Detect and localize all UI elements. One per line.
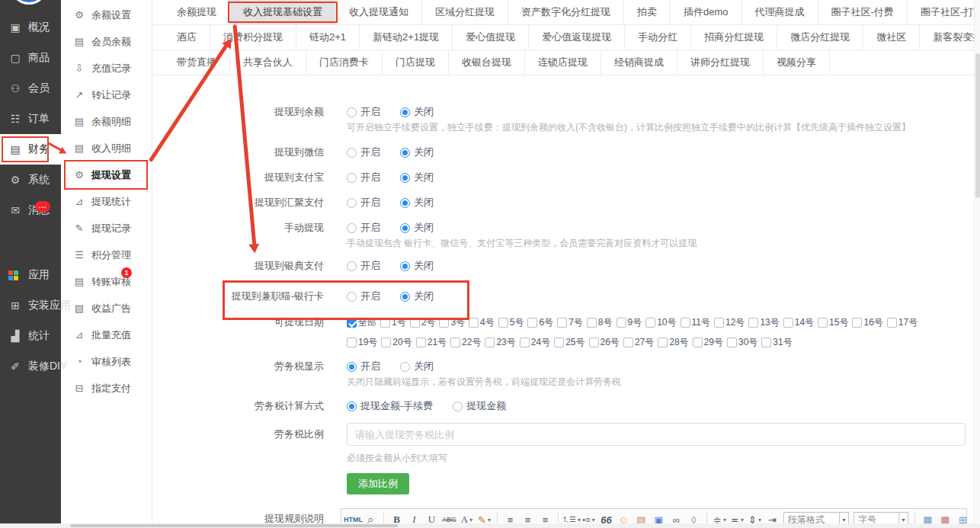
checkbox-8号[interactable]: 8号 xyxy=(587,316,613,329)
checkbox-icon[interactable] xyxy=(748,318,758,328)
sidebar-item-财务[interactable]: ▤财务 xyxy=(0,134,61,165)
sidebar-item-订单[interactable]: ☷订单 xyxy=(0,104,61,134)
checkbox-icon[interactable] xyxy=(645,318,655,328)
checkbox-25号[interactable]: 25号 xyxy=(554,336,584,349)
tab-经销商提成[interactable]: 经销商提成 xyxy=(601,50,677,75)
tab-微社区[interactable]: 微社区 xyxy=(863,25,920,50)
tab-新链动2+1提现[interactable]: 新链动2+1提现 xyxy=(360,25,453,50)
radio-icon[interactable] xyxy=(347,261,357,271)
checkbox-icon[interactable] xyxy=(761,338,771,347)
tab-拍卖[interactable]: 拍卖 xyxy=(624,0,671,24)
radio-icon[interactable] xyxy=(347,148,357,158)
menu-item-提现设置[interactable]: ⚙提现设置 xyxy=(61,162,152,188)
radio-option-关闭[interactable]: 关闭 xyxy=(400,222,434,234)
tab-圈子社区-付费[interactable]: 圈子社区-付费 xyxy=(818,0,908,24)
checkbox-15号[interactable]: 15号 xyxy=(818,316,848,329)
radio-selected-icon[interactable] xyxy=(400,148,410,158)
sidebar-item-系统[interactable]: ⚙系统 xyxy=(0,165,61,195)
radio-option-开启[interactable]: 开启 xyxy=(347,197,380,209)
radio-icon[interactable] xyxy=(347,198,357,208)
radio-selected-icon[interactable] xyxy=(347,402,357,411)
checkbox-11号[interactable]: 11号 xyxy=(681,316,710,329)
checkbox-26号[interactable]: 26号 xyxy=(589,336,620,349)
checkbox-23号[interactable]: 23号 xyxy=(485,336,515,349)
sidebar-item-应用[interactable]: 应用 xyxy=(0,260,61,290)
checkbox-icon[interactable] xyxy=(714,318,724,328)
sidebar-item-概况[interactable]: ▣概况 xyxy=(0,12,61,43)
checkbox-icon[interactable] xyxy=(587,318,597,328)
checkbox-16号[interactable]: 16号 xyxy=(852,316,882,329)
radio-option-关闭[interactable]: 关闭 xyxy=(400,360,434,373)
tax-ratio-input[interactable] xyxy=(347,423,966,446)
checkbox-icon[interactable] xyxy=(783,318,793,328)
radio-option-提现金额[interactable]: 提现金额 xyxy=(453,400,506,412)
vertical-scrollbar[interactable] xyxy=(974,0,980,528)
checkbox-icon[interactable] xyxy=(887,318,897,328)
radio-option-开启[interactable]: 开启 xyxy=(347,360,380,373)
checkbox-icon[interactable] xyxy=(469,318,479,328)
radio-option-关闭[interactable]: 关闭 xyxy=(400,290,434,302)
checkbox-7号[interactable]: 7号 xyxy=(557,316,583,329)
radio-selected-icon[interactable] xyxy=(400,107,410,117)
tab-插件demo[interactable]: 插件demo xyxy=(671,0,742,24)
radio-option-提现金额-手续费[interactable]: 提现金额-手续费 xyxy=(347,400,433,412)
sidebar-item-商品[interactable]: ▢商品 xyxy=(0,43,61,73)
checkbox-icon[interactable] xyxy=(485,338,495,347)
checkbox-9号[interactable]: 9号 xyxy=(617,316,642,329)
checkbox-icon[interactable] xyxy=(852,318,862,328)
checkbox-icon[interactable] xyxy=(554,338,564,347)
checkbox-icon[interactable] xyxy=(589,338,599,347)
checkbox-29号[interactable]: 29号 xyxy=(693,336,723,349)
radio-icon[interactable] xyxy=(347,292,357,302)
checkbox-21号[interactable]: 21号 xyxy=(416,336,447,349)
tab-链动2+1[interactable]: 链动2+1 xyxy=(296,25,360,50)
menu-item-指定支付[interactable]: ⊟指定支付 xyxy=(61,375,152,402)
radio-selected-icon[interactable] xyxy=(347,362,357,372)
checkbox-10号[interactable]: 10号 xyxy=(645,316,676,329)
checkbox-icon[interactable] xyxy=(450,338,460,347)
tab-视频分享[interactable]: 视频分享 xyxy=(764,50,830,75)
checkbox-4号[interactable]: 4号 xyxy=(469,316,495,329)
menu-item-提现记录[interactable]: ✎提现记录 xyxy=(61,215,152,242)
menu-item-会员余额[interactable]: ▤会员余额 xyxy=(61,28,152,55)
tab-连锁店提现[interactable]: 连锁店提现 xyxy=(525,50,601,75)
checkbox-icon[interactable] xyxy=(623,338,633,347)
checkbox-icon[interactable] xyxy=(527,318,537,328)
checkbox-31号[interactable]: 31号 xyxy=(761,336,792,349)
menu-item-转让记录[interactable]: ↗转让记录 xyxy=(61,82,152,108)
menu-item-审核列表[interactable]: ◔审核列表 xyxy=(61,348,152,375)
tab-爱心值返现提现[interactable]: 爱心值返现提现 xyxy=(529,25,625,50)
checkbox-19号[interactable]: 19号 xyxy=(347,336,377,349)
radio-selected-icon[interactable] xyxy=(400,223,410,233)
menu-item-收益广告[interactable]: ▧收益广告 xyxy=(61,295,152,322)
radio-option-开启[interactable]: 开启 xyxy=(347,222,380,234)
checkbox-30号[interactable]: 30号 xyxy=(727,336,757,349)
radio-selected-icon[interactable] xyxy=(400,198,410,208)
checkbox-icon[interactable] xyxy=(681,318,690,328)
checkbox-icon[interactable] xyxy=(818,318,828,328)
radio-selected-icon[interactable] xyxy=(400,173,410,183)
radio-option-开启[interactable]: 开启 xyxy=(347,106,380,118)
tab-资产数字化分红提现[interactable]: 资产数字化分红提现 xyxy=(508,0,624,24)
checkbox-22号[interactable]: 22号 xyxy=(450,336,481,349)
checkbox-icon[interactable] xyxy=(658,338,668,347)
checkbox-icon[interactable] xyxy=(416,338,426,347)
checkbox-27号[interactable]: 27号 xyxy=(623,336,654,349)
add-ratio-button[interactable]: 添加比例 xyxy=(347,473,409,494)
tab-招商分红提现[interactable]: 招商分红提现 xyxy=(691,25,777,50)
radio-option-开启[interactable]: 开启 xyxy=(347,171,380,184)
checkbox-icon[interactable] xyxy=(557,318,567,328)
checkbox-icon[interactable] xyxy=(347,338,357,347)
tab-收入提现通知[interactable]: 收入提现通知 xyxy=(336,0,422,24)
radio-option-开启[interactable]: 开启 xyxy=(347,260,380,272)
radio-option-关闭[interactable]: 关闭 xyxy=(400,146,434,158)
checkbox-17号[interactable]: 17号 xyxy=(887,316,918,329)
checkbox-6号[interactable]: 6号 xyxy=(527,316,553,329)
tab-爱心值提现[interactable]: 爱心值提现 xyxy=(453,25,529,50)
menu-item-收入明细[interactable]: ▤收入明细 xyxy=(61,135,152,162)
menu-item-积分管理[interactable]: ☰积分管理 xyxy=(61,242,152,268)
radio-icon[interactable] xyxy=(347,173,357,183)
tab-代理商提成[interactable]: 代理商提成 xyxy=(742,0,818,24)
sidebar-item-统计[interactable]: ▟统计 xyxy=(0,321,61,351)
tab-收银台提现[interactable]: 收银台提现 xyxy=(449,50,525,75)
